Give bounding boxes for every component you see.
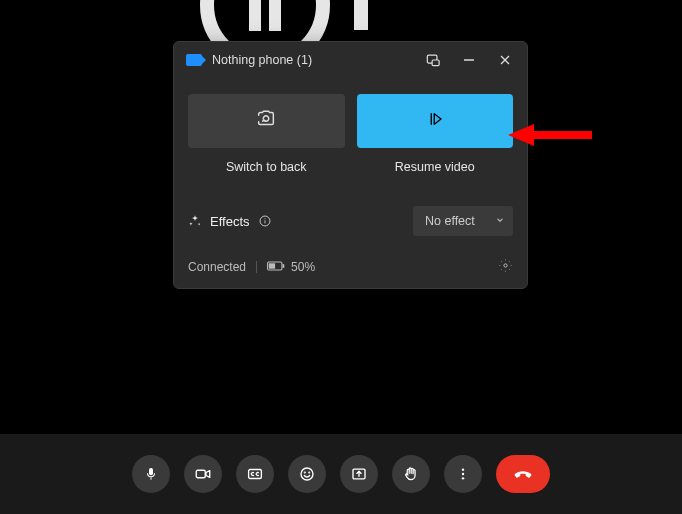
connection-status: Connected [188,260,246,274]
svg-rect-15 [196,470,205,478]
chevron-down-icon [495,214,505,228]
camera-icon [186,54,202,66]
svg-rect-17 [249,470,262,479]
captions-button[interactable] [236,455,274,493]
svg-rect-1 [432,60,439,66]
effect-dropdown[interactable]: No effect [413,206,513,236]
hangup-button[interactable] [496,455,550,493]
resume-video-button[interactable] [357,94,514,148]
reactions-button[interactable] [288,455,326,493]
svg-point-18 [301,468,313,480]
popup-titlebar: Nothing phone (1) [174,42,527,78]
svg-marker-6 [434,114,441,125]
close-button[interactable] [487,45,523,75]
svg-rect-11 [283,264,285,268]
resume-play-icon [426,110,444,132]
switch-camera-icon [255,108,277,134]
more-options-button[interactable] [444,455,482,493]
status-divider [256,261,257,273]
svg-rect-14 [150,477,151,479]
camera-popup: Nothing phone (1) [173,41,528,289]
effects-toggle[interactable]: Effects [188,214,272,229]
share-screen-button[interactable] [340,455,378,493]
svg-point-20 [309,472,310,473]
call-toolbar [0,434,682,514]
switch-camera-button[interactable] [188,94,345,148]
minimize-button[interactable] [451,45,487,75]
popup-statusbar: Connected 50% [174,248,527,288]
effects-label: Effects [210,214,250,229]
info-icon[interactable] [258,214,272,228]
svg-point-13 [504,264,507,267]
switch-camera-label: Switch to back [226,160,307,174]
svg-point-9 [264,218,265,219]
video-button[interactable] [184,455,222,493]
svg-point-24 [462,477,464,479]
svg-rect-12 [269,263,275,268]
battery-icon [267,260,285,274]
battery-percent: 50% [291,260,315,274]
svg-point-23 [462,473,464,475]
device-title: Nothing phone (1) [212,53,312,67]
svg-point-22 [462,468,464,470]
resume-video-label: Resume video [395,160,475,174]
svg-point-19 [304,472,305,473]
effect-selected-label: No effect [425,214,475,228]
popout-icon[interactable] [415,45,451,75]
sparkle-icon [188,214,202,228]
svg-marker-16 [206,471,210,478]
raise-hand-button[interactable] [392,455,430,493]
settings-button[interactable] [498,258,513,276]
mic-button[interactable] [132,455,170,493]
